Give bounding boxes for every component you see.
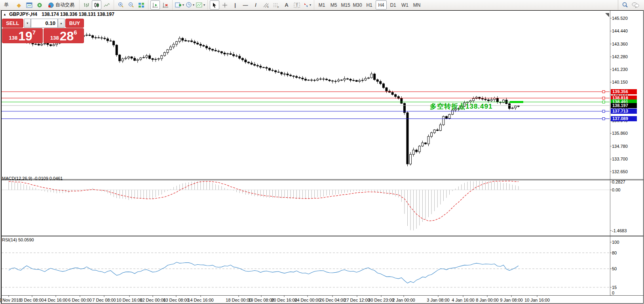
collapse-icon[interactable]: ▲ (3, 13, 6, 16)
chart-surface[interactable] (0, 0, 644, 304)
chart-title: ▲ GBPJPY-,H4 138.174 138.336 138.131 138… (3, 11, 114, 17)
volume-increase-button[interactable]: ▲ (58, 19, 65, 28)
volume-input[interactable]: 0.10 (31, 19, 58, 28)
chart-symbol: GBPJPY-,H4 (9, 11, 37, 17)
chart-ohlc-values: 138.174 138.336 138.131 138.197 (42, 11, 114, 17)
buy-button[interactable]: BUY (65, 19, 84, 28)
mt4-terminal: 单 ◆ 自动交易 (0, 0, 644, 304)
sell-button[interactable]: SELL (2, 19, 23, 28)
buy-price-base: 138 (50, 34, 59, 42)
sell-price-main: 19 (18, 30, 32, 42)
pivot-annotation: 多空转折点138.491 (430, 102, 492, 111)
buy-price-button[interactable]: 138286 (44, 28, 84, 43)
rsi-label: RSI(14) 50.0590 (2, 237, 34, 242)
volume-decrease-button[interactable]: ▼ (24, 19, 31, 28)
macd-label: MACD(12,26,9) -0.0109 0.0461 (2, 176, 63, 181)
sell-price-button[interactable]: 138197 (2, 28, 43, 43)
buy-price-pip: 6 (74, 29, 77, 35)
one-click-trading-panel: SELL ▼ 0.10 ▲ BUY 138197 138286 (2, 19, 84, 44)
buy-price-main: 28 (60, 30, 74, 42)
sell-price-pip: 7 (32, 29, 36, 35)
sell-price-base: 138 (9, 34, 17, 42)
